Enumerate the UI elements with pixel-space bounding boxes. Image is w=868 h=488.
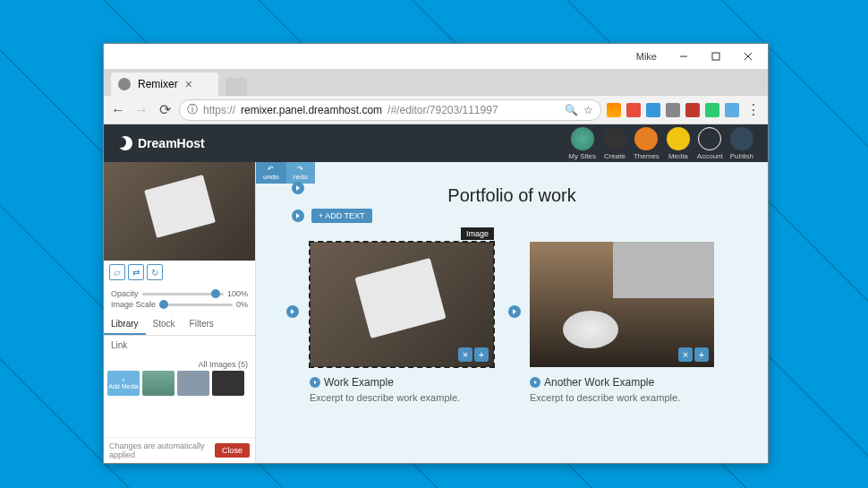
extension-icon-6[interactable]	[705, 103, 719, 117]
portfolio-card-2: × + Another Work Example Excerpt to desc…	[530, 242, 714, 403]
back-button[interactable]: ←	[109, 101, 127, 119]
editor-sidebar: ▱ ⇄ ↻ Opacity 100% Image Scale 0%	[104, 162, 256, 463]
sidebar-tabs: Library Stock Filters	[104, 314, 255, 336]
palette-icon	[634, 127, 658, 150]
sidebar-footer: Changes are automatically applied Close	[104, 437, 255, 463]
opacity-value: 100%	[227, 289, 248, 298]
nav-media[interactable]: Media	[667, 127, 690, 160]
folder-icon	[667, 127, 690, 150]
svg-rect-1	[712, 53, 719, 60]
reload-button[interactable]: ⟳	[156, 101, 174, 119]
scale-slider[interactable]	[159, 304, 233, 306]
close-window-button[interactable]	[732, 46, 764, 67]
image-remove-icon[interactable]: ×	[458, 347, 472, 362]
editor-canvas[interactable]: ↶undo ↷redo Portfolio of work + ADD TEXT…	[256, 162, 768, 463]
tab-stock[interactable]: Stock	[146, 314, 183, 335]
user-icon	[698, 127, 721, 150]
autosave-note: Changes are automatically applied	[109, 441, 215, 459]
thumbnail-grid: +Add Media	[107, 371, 251, 396]
scale-label: Image Scale	[111, 300, 156, 309]
card1-title-row[interactable]: Work Example	[310, 376, 494, 389]
tab-filters[interactable]: Filters	[183, 314, 221, 335]
thumbnail-3[interactable]	[212, 371, 244, 396]
portfolio-image-1[interactable]: × +	[310, 242, 494, 367]
portfolio-cards: × + Work Example Excerpt to describe wor…	[256, 206, 768, 421]
play-icon	[530, 377, 540, 388]
rotate-icon[interactable]: ↻	[147, 264, 163, 280]
opacity-slider[interactable]	[142, 293, 224, 295]
maximize-button[interactable]	[700, 46, 732, 67]
portfolio-card-1: × + Work Example Excerpt to describe wor…	[310, 242, 494, 403]
image-remove-icon[interactable]: ×	[678, 347, 693, 362]
nav-themes[interactable]: Themes	[634, 127, 660, 160]
image-add-icon[interactable]: +	[474, 347, 489, 362]
url-host: remixer.panel.dreamhost.com	[241, 104, 382, 116]
app-topnav: DreamHost My Sites Create Themes Media A…	[104, 124, 768, 162]
library-panel: All Images (5) +Add Media	[104, 355, 255, 399]
opacity-label: Opacity	[111, 289, 139, 298]
image-add-icon[interactable]: +	[694, 347, 709, 362]
thumbnail-2[interactable]	[177, 371, 209, 396]
globe-icon	[571, 127, 594, 150]
all-images-header[interactable]: All Images (5)	[107, 358, 251, 371]
add-text-button[interactable]: + ADD TEXT	[311, 209, 372, 223]
nav-my-sites[interactable]: My Sites	[568, 127, 596, 160]
card2-handle-icon[interactable]	[508, 305, 521, 318]
redo-button[interactable]: ↷redo	[286, 162, 315, 184]
thumbnail-1[interactable]	[142, 371, 174, 396]
extension-icon-2[interactable]	[626, 103, 641, 117]
transform-controls: ▱ ⇄ ↻	[104, 261, 255, 284]
nav-publish[interactable]: Publish	[730, 127, 753, 160]
window-titlebar: Mike	[104, 44, 768, 69]
new-tab-button[interactable]	[226, 78, 247, 96]
wand-icon	[603, 127, 626, 150]
brand-logo[interactable]: DreamHost	[118, 136, 205, 150]
add-media-button[interactable]: +Add Media	[107, 371, 140, 396]
editor-area: ▱ ⇄ ↻ Opacity 100% Image Scale 0%	[104, 162, 768, 463]
sidebar-tabs-row2: Link	[104, 336, 255, 355]
scale-value: 0%	[236, 300, 248, 309]
undo-redo-bar: ↶undo ↷redo	[256, 162, 315, 184]
browser-tab[interactable]: Remixer ×	[111, 73, 218, 96]
moon-icon	[118, 136, 132, 150]
card1-handle-icon[interactable]	[286, 305, 299, 318]
info-icon[interactable]: ⓘ	[187, 102, 198, 117]
tab-link[interactable]: Link	[104, 336, 134, 355]
undo-button[interactable]: ↶undo	[256, 162, 286, 184]
tab-library[interactable]: Library	[104, 314, 146, 335]
extension-icon-7[interactable]	[725, 103, 739, 117]
tab-favicon	[118, 78, 131, 90]
extension-icon-5[interactable]	[685, 103, 700, 117]
crop-icon[interactable]: ▱	[109, 264, 125, 280]
card2-title-row[interactable]: Another Work Example	[530, 376, 714, 389]
browser-window: Mike Remixer × ← → ⟳ ⓘ https://remixer.p…	[103, 43, 769, 464]
flip-icon[interactable]: ⇄	[128, 264, 144, 280]
minimize-button[interactable]	[668, 46, 700, 67]
page-content: DreamHost My Sites Create Themes Media A…	[104, 124, 768, 463]
extension-icon-3[interactable]	[646, 103, 660, 117]
image-preview[interactable]	[104, 162, 255, 261]
nav-create[interactable]: Create	[603, 127, 626, 160]
slider-panel: Opacity 100% Image Scale 0%	[104, 284, 255, 314]
address-bar[interactable]: ⓘ https://remixer.panel.dreamhost.com/#/…	[179, 99, 601, 121]
browser-tab-bar: Remixer ×	[104, 69, 768, 96]
url-path: /#/editor/79203/111997	[387, 104, 559, 116]
section-title[interactable]: Portfolio of work	[256, 162, 768, 206]
forward-button[interactable]: →	[132, 101, 150, 119]
addtext-handle-icon[interactable]	[292, 210, 304, 222]
window-username: Mike	[636, 51, 657, 62]
title-handle-icon[interactable]	[292, 182, 304, 194]
browser-menu-icon[interactable]: ⋮	[745, 101, 762, 119]
sidebar-close-button[interactable]: Close	[215, 443, 250, 458]
rocket-icon	[730, 127, 753, 150]
extension-icon-1[interactable]	[607, 103, 621, 117]
nav-account[interactable]: Account	[697, 127, 723, 160]
tab-close-icon[interactable]: ×	[185, 77, 192, 91]
card2-excerpt[interactable]: Excerpt to describe work example.	[530, 392, 714, 403]
play-icon	[310, 377, 320, 388]
search-icon[interactable]: 🔍	[565, 104, 578, 116]
card1-excerpt[interactable]: Excerpt to describe work example.	[310, 392, 494, 403]
star-icon[interactable]: ☆	[583, 104, 593, 116]
portfolio-image-2[interactable]: × +	[530, 242, 714, 367]
extension-icon-4[interactable]	[666, 103, 680, 117]
